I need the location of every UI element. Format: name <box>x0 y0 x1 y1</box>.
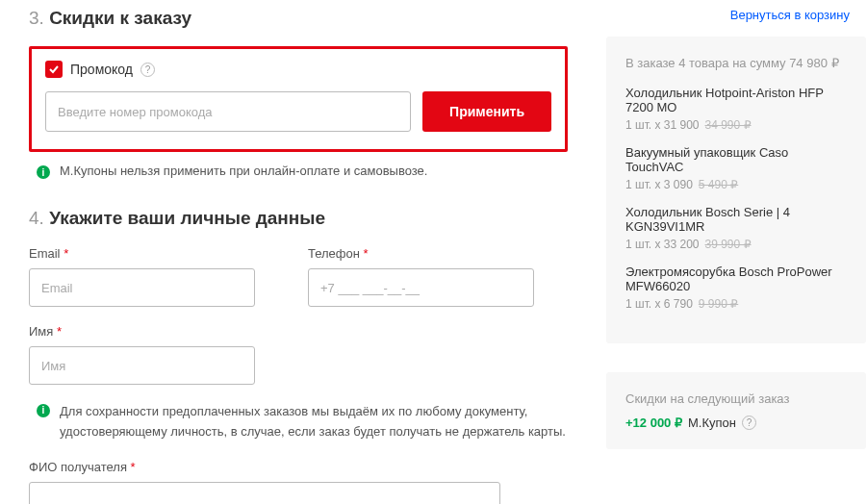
old-price: 34 990 ₽ <box>705 118 752 132</box>
section-personal-title: 4. Укажите ваши личные данные <box>29 208 568 229</box>
old-price: 39 990 ₽ <box>705 238 752 251</box>
order-item-name: Холодильник Bosch Serie | 4 KGN39VI1MR <box>625 205 847 234</box>
name-field[interactable] <box>29 346 255 385</box>
order-summary-box: В заказе 4 товара на сумму 74 980 ₽ Холо… <box>606 37 866 343</box>
order-item: Электромясорубка Bosch ProPower MFW66020… <box>625 265 847 311</box>
order-item: Холодильник Bosch Serie | 4 KGN39VI1MR1 … <box>625 205 847 251</box>
old-price: 9 990 ₽ <box>699 297 738 311</box>
order-item-price: 1 шт. x 3 0905 490 ₽ <box>625 178 847 191</box>
email-field[interactable] <box>29 268 255 307</box>
promo-input[interactable] <box>45 91 411 132</box>
coupon-row: +12 000 ₽ М.Купон ? <box>625 416 847 430</box>
recipient-field-wrap: ФИО получателя * <box>29 460 568 504</box>
section-number: 3. <box>29 8 44 28</box>
section-discounts-title: 3. Скидки к заказу <box>29 8 568 29</box>
email-field-wrap: Email * <box>29 246 289 307</box>
coupon-label: М.Купон <box>688 416 736 430</box>
name-field-wrap: Имя * <box>29 324 255 385</box>
phone-label: Телефон * <box>308 246 568 261</box>
back-to-cart-link[interactable]: Вернуться в корзину <box>730 8 850 22</box>
order-item-name: Электромясорубка Bosch ProPower MFW66020 <box>625 265 847 293</box>
coupon-section-title: Скидки на следующий заказ <box>625 391 847 406</box>
promo-box: Промокод ? Применить <box>29 46 568 152</box>
prepaid-info-row: i Для сохранности предоплаченных заказов… <box>29 402 568 442</box>
order-item-price: 1 шт. x 31 90034 990 ₽ <box>625 118 847 132</box>
section-title-text: Скидки к заказу <box>49 8 191 28</box>
name-label: Имя * <box>29 324 255 339</box>
next-order-discounts-box: Скидки на следующий заказ +12 000 ₽ М.Ку… <box>606 372 866 449</box>
order-item: Холодильник Hotpoint-Ariston HFP 7200 MO… <box>625 86 847 132</box>
email-label: Email * <box>29 246 289 261</box>
order-summary-title: В заказе 4 товара на сумму 74 980 ₽ <box>625 56 847 70</box>
coupon-amount: +12 000 ₽ <box>625 416 682 430</box>
promo-label: Промокод <box>70 62 133 77</box>
phone-field[interactable] <box>308 268 534 307</box>
order-item-price: 1 шт. x 33 20039 990 ₽ <box>625 238 847 251</box>
promo-header: Промокод ? <box>45 61 551 78</box>
info-icon: i <box>37 165 50 179</box>
order-item-name: Холодильник Hotpoint-Ariston HFP 7200 MO <box>625 86 847 114</box>
old-price: 5 490 ₽ <box>699 178 738 191</box>
section-title-text: Укажите ваши личные данные <box>49 208 325 228</box>
order-item-price: 1 шт. x 6 7909 990 ₽ <box>625 297 847 311</box>
apply-button[interactable]: Применить <box>422 91 551 132</box>
help-icon[interactable]: ? <box>742 416 756 430</box>
help-icon[interactable]: ? <box>140 63 155 77</box>
info-icon: i <box>37 404 50 417</box>
phone-field-wrap: Телефон * <box>308 246 568 307</box>
order-item-name: Вакуумный упаковщик Caso TouchVAC <box>625 145 847 174</box>
coupon-warning-row: i М.Купоны нельзя применить при онлайн-о… <box>29 164 568 179</box>
recipient-label: ФИО получателя * <box>29 460 568 474</box>
recipient-field[interactable] <box>29 482 500 504</box>
coupon-warning-text: М.Купоны нельзя применить при онлайн-опл… <box>60 164 427 178</box>
section-number: 4. <box>29 208 44 228</box>
order-item: Вакуумный упаковщик Caso TouchVAC1 шт. x… <box>625 145 847 191</box>
prepaid-info-text: Для сохранности предоплаченных заказов м… <box>60 402 568 442</box>
check-icon <box>45 61 63 78</box>
